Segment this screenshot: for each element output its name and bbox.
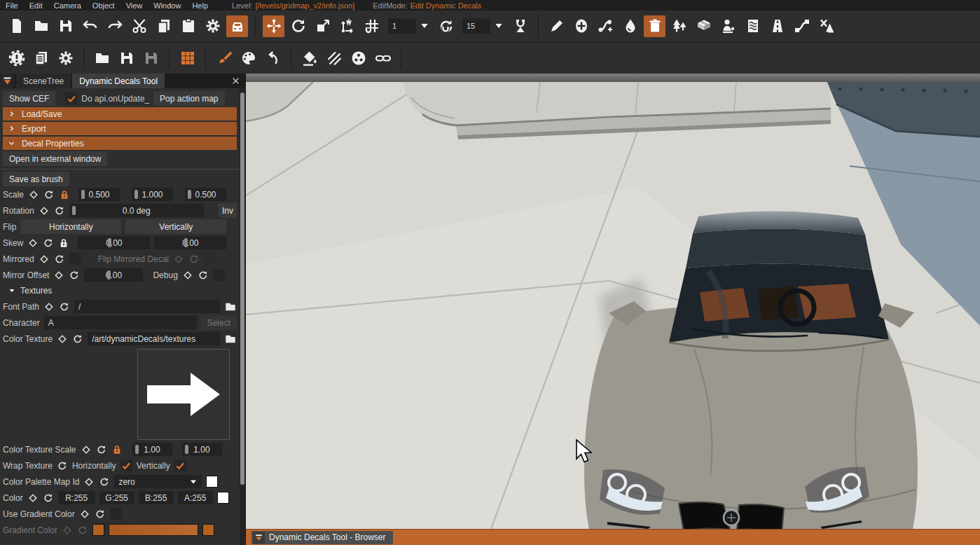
flip-vertically-button[interactable]: Vertically: [125, 219, 226, 234]
plumb-bob-button[interactable]: [509, 15, 531, 37]
reset-icon[interactable]: [43, 237, 54, 249]
lock-icon[interactable]: [59, 189, 70, 200]
browser-tab[interactable]: Dynamic Decals Tool - Browser: [251, 531, 393, 544]
drag-handle[interactable]: [135, 445, 139, 454]
section-export[interactable]: Export: [3, 122, 237, 135]
menu-file[interactable]: File: [0, 0, 24, 11]
tab-scenetree[interactable]: SceneTree: [16, 74, 71, 88]
keyframe-diamond-icon[interactable]: [81, 444, 92, 455]
color-g-field[interactable]: G:255: [99, 491, 134, 504]
save2-button[interactable]: [116, 48, 137, 69]
dropdown-arrow-icon[interactable]: [420, 21, 429, 31]
save-button[interactable]: [55, 15, 76, 37]
road-tool-button[interactable]: [766, 15, 788, 37]
drag-handle[interactable]: [188, 190, 191, 199]
use-gradient-color-checkbox[interactable]: [110, 508, 122, 520]
save-as-brush-button[interactable]: Save as brush: [3, 172, 69, 186]
reset-icon[interactable]: [95, 509, 106, 520]
open-folder2-button[interactable]: [91, 48, 113, 69]
link-button[interactable]: [372, 48, 394, 69]
lock-icon[interactable]: [58, 237, 69, 249]
palette-button[interactable]: [237, 48, 259, 69]
skew-y-field[interactable]: 0.00: [154, 236, 226, 249]
redo-button[interactable]: [104, 15, 125, 37]
reset-icon[interactable]: [43, 492, 54, 504]
viewport[interactable]: [246, 74, 980, 545]
keyframe-diamond-icon[interactable]: [57, 333, 68, 345]
color-palette-dropdown[interactable]: zero: [114, 475, 202, 488]
tab-dynamic-decals-tool[interactable]: Dynamic Decals Tool: [72, 74, 165, 88]
settings-button[interactable]: [202, 15, 223, 37]
scale-z-field[interactable]: 0.500: [185, 188, 226, 201]
browse-folder-icon[interactable]: [224, 301, 237, 313]
lock-icon[interactable]: [111, 444, 123, 455]
keyframe-diamond-icon[interactable]: [79, 509, 90, 520]
drag-handle[interactable]: [81, 190, 85, 199]
section-decal-properties[interactable]: Decal Properties: [3, 137, 237, 150]
brush-grid-button[interactable]: [177, 48, 198, 69]
scrollbar-thumb[interactable]: [240, 92, 244, 485]
panel-close-button[interactable]: [230, 75, 241, 86]
settings2-button[interactable]: [55, 48, 76, 69]
browse-folder-icon[interactable]: [224, 333, 237, 345]
panel-menu-button[interactable]: [0, 74, 15, 88]
drag-handle[interactable]: [134, 190, 138, 199]
color-r-field[interactable]: R:255: [58, 491, 95, 504]
keyframe-diamond-icon[interactable]: [182, 270, 193, 281]
font-path-input[interactable]: /: [74, 300, 220, 313]
droplet-tool-button[interactable]: [619, 15, 641, 37]
flip-horizontally-button[interactable]: Horizontally: [20, 219, 121, 234]
reset-icon[interactable]: [198, 270, 209, 281]
add-decal-button[interactable]: [570, 15, 592, 37]
menu-edit[interactable]: Edit: [24, 0, 48, 11]
snap-grid-button[interactable]: [361, 15, 382, 37]
undo-curve-button[interactable]: [262, 48, 284, 69]
hatch-pattern-button[interactable]: [323, 48, 345, 69]
keyframe-diamond-icon[interactable]: [27, 492, 39, 504]
keyframe-diamond-icon[interactable]: [39, 205, 50, 216]
color-b-field[interactable]: B:255: [139, 491, 174, 504]
mesh-road-button[interactable]: [791, 15, 813, 37]
gear-alert-button[interactable]: [6, 48, 27, 69]
rotation-slider[interactable]: 0.0 deg: [69, 204, 204, 217]
dimension-tool-button[interactable]: [336, 15, 358, 37]
rotate-tool-button[interactable]: [287, 15, 309, 37]
translate-tool-button[interactable]: [263, 15, 284, 37]
reset-icon[interactable]: [59, 301, 70, 312]
textures-section-header[interactable]: Textures: [0, 283, 240, 298]
color-a-field[interactable]: A:255: [178, 491, 213, 504]
terrain-heightmap-button[interactable]: [742, 15, 764, 37]
mirror-offset-field[interactable]: 0.00: [84, 268, 143, 282]
debug-checkbox[interactable]: [213, 269, 225, 281]
reset-icon[interactable]: [99, 476, 110, 488]
new-file-button[interactable]: [6, 15, 27, 37]
paint-brush-button[interactable]: [213, 48, 235, 69]
menu-view[interactable]: View: [120, 0, 149, 11]
forest-tool-button[interactable]: [668, 15, 690, 37]
menu-camera[interactable]: Camera: [48, 0, 87, 11]
reset-icon[interactable]: [57, 460, 68, 471]
draw-decal-button[interactable]: [546, 15, 567, 37]
path-decal-button[interactable]: [595, 15, 616, 37]
drag-handle[interactable]: [107, 270, 111, 280]
keyframe-diamond-icon[interactable]: [28, 189, 39, 200]
drag-handle[interactable]: [185, 445, 188, 454]
reset-icon[interactable]: [54, 205, 65, 216]
texture-preview[interactable]: [137, 349, 230, 440]
mirrored-checkbox[interactable]: [69, 253, 81, 265]
copy-button[interactable]: [153, 15, 174, 37]
object-place-button[interactable]: [717, 15, 739, 37]
keyframe-diamond-icon[interactable]: [39, 254, 50, 265]
fill-bucket-button[interactable]: [298, 48, 320, 69]
open-folder-button[interactable]: [30, 15, 52, 37]
keyframe-diamond-icon[interactable]: [83, 476, 95, 488]
drag-handle[interactable]: [72, 206, 76, 215]
delete-decal-button[interactable]: [644, 15, 665, 37]
vehicle-tool-button[interactable]: [226, 15, 248, 37]
scale-x-field[interactable]: 0.500: [78, 188, 120, 201]
menu-object[interactable]: Object: [87, 0, 120, 11]
palette-color-swatch[interactable]: [206, 476, 218, 488]
skew-x-field[interactable]: 0.00: [78, 236, 150, 249]
keyframe-diamond-icon[interactable]: [27, 237, 39, 249]
panel-scrollbar[interactable]: [240, 88, 245, 545]
